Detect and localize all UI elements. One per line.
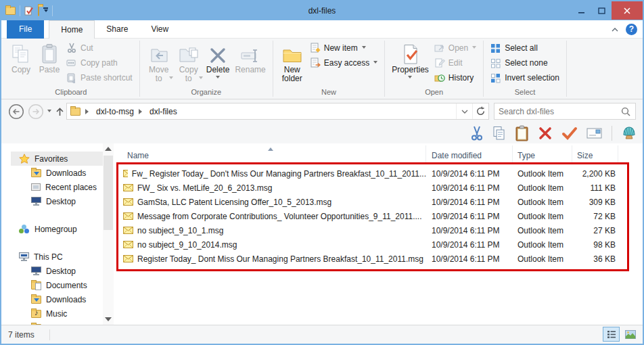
downloads-folder-icon xyxy=(31,169,41,177)
scroll-up-arrow-icon[interactable] xyxy=(105,147,112,151)
sidebar-item-fav-desktop[interactable]: Desktop xyxy=(11,194,103,208)
sidebar-item-this-pc[interactable]: This PC xyxy=(11,250,103,264)
toolbar-mail-button[interactable] xyxy=(586,127,603,139)
cut-label: Cut xyxy=(80,43,93,53)
cut-button[interactable]: Cut xyxy=(64,41,135,55)
easy-access-button[interactable]: Easy access xyxy=(307,55,380,70)
new-folder-button[interactable]: New folder xyxy=(277,40,307,85)
column-header-size[interactable]: Size xyxy=(572,145,618,163)
scroll-down-arrow-icon[interactable] xyxy=(105,317,112,321)
sidebar-label: Desktop xyxy=(46,267,76,276)
rename-label: Rename xyxy=(235,66,265,74)
toolbar-cut-button[interactable] xyxy=(470,126,484,141)
invert-selection-button[interactable]: Invert selection xyxy=(488,70,562,85)
address-dropdown-button[interactable] xyxy=(456,104,472,119)
maximize-button[interactable] xyxy=(591,1,612,20)
qat-separator xyxy=(20,5,20,16)
ribbon-tab-row: File Home Share View ? xyxy=(1,20,643,39)
collapse-ribbon-button[interactable] xyxy=(611,27,619,32)
copy-to-button[interactable]: Copy to xyxy=(174,40,204,85)
file-size: 27 KB xyxy=(572,226,618,235)
file-row[interactable]: GamSta, LLC Patent Licensing Offer_10_5_… xyxy=(114,195,643,209)
up-button[interactable] xyxy=(55,106,65,117)
scrollbar-thumb[interactable] xyxy=(104,156,113,230)
minimize-button[interactable] xyxy=(571,1,591,20)
toolbar-copy-button[interactable] xyxy=(492,126,506,141)
details-view-button[interactable] xyxy=(603,327,620,342)
sidebar-item-pc-downloads[interactable]: Downloads xyxy=(11,292,103,306)
properties-button[interactable]: Properties xyxy=(389,40,432,82)
column-header-date-modified[interactable]: Date modified xyxy=(426,145,513,163)
file-row[interactable]: FW_ Six vs. MetLife_20_6_2013.msg 10/9/2… xyxy=(114,181,643,195)
column-header-name[interactable]: Name xyxy=(114,145,426,163)
toolbar-paste-button[interactable] xyxy=(515,125,529,141)
toolbar-confirm-button[interactable] xyxy=(561,127,578,140)
tab-home[interactable]: Home xyxy=(49,20,95,39)
qat-properties-button[interactable] xyxy=(24,6,34,16)
qat-customize-button[interactable] xyxy=(43,7,48,14)
chevron-down-icon xyxy=(362,46,366,51)
rename-button[interactable]: Rename xyxy=(232,40,268,76)
file-type: Outlook Item xyxy=(513,183,572,193)
copy-button[interactable]: Copy xyxy=(7,40,35,76)
forward-button[interactable] xyxy=(28,104,44,120)
new-item-icon xyxy=(310,43,321,53)
open-label: Open xyxy=(448,43,468,53)
outlook-message-icon xyxy=(123,255,133,262)
file-size: 72 KB xyxy=(572,212,618,221)
copy-path-label: Copy path xyxy=(80,58,118,68)
new-item-button[interactable]: New item xyxy=(307,41,380,55)
qat-folder-button[interactable] xyxy=(38,6,39,16)
sidebar-item-homegroup[interactable]: Homegroup xyxy=(11,222,103,236)
move-to-button[interactable]: Move to xyxy=(144,40,174,85)
recent-locations-button[interactable] xyxy=(47,110,51,114)
file-row[interactable]: Fw_ Register Today_ Don't Miss Our Manag… xyxy=(114,166,643,181)
sidebar-item-pc-documents[interactable]: Documents xyxy=(11,278,103,292)
downloads-folder-icon xyxy=(31,296,41,304)
sidebar-item-fav-downloads[interactable]: Downloads xyxy=(11,166,103,180)
toolbar-shell-button[interactable] xyxy=(621,125,637,141)
sidebar-scrollbar[interactable] xyxy=(103,143,114,325)
copy-path-button[interactable]: Copy path xyxy=(64,55,135,70)
tab-view[interactable]: View xyxy=(139,20,180,39)
outlook-message-icon xyxy=(123,241,133,248)
file-row[interactable]: Register Today_ Dont Miss Our Managing P… xyxy=(114,252,643,266)
sidebar-item-recent-places[interactable]: Recent places xyxy=(11,180,103,194)
tab-share[interactable]: Share xyxy=(95,20,139,39)
refresh-button[interactable] xyxy=(472,104,488,119)
address-bar[interactable]: dxl-to-msg dxl-files xyxy=(66,103,489,120)
back-button[interactable] xyxy=(8,104,24,120)
file-row[interactable]: Message from Corporate Contributions_ Vo… xyxy=(114,209,643,223)
sidebar-gap xyxy=(1,208,103,222)
file-row[interactable]: no subject_9_10_2014.msg 10/9/2014 6:11 … xyxy=(114,237,643,252)
close-button[interactable] xyxy=(612,1,643,20)
paste-shortcut-button[interactable]: Paste shortcut xyxy=(64,70,135,85)
clipboard-icon xyxy=(515,125,529,141)
column-header-type[interactable]: Type xyxy=(513,145,572,163)
edit-button[interactable]: Edit xyxy=(432,55,479,70)
toolbar-delete-button[interactable] xyxy=(538,127,553,140)
select-none-button[interactable]: Select none xyxy=(488,55,562,70)
sidebar-item-pc-music[interactable]: Music xyxy=(11,306,103,321)
breadcrumb-item-parent[interactable]: dxl-to-msg xyxy=(96,107,134,116)
paste-button[interactable]: Paste xyxy=(35,40,64,76)
new-item-label: New item xyxy=(324,43,358,53)
select-all-button[interactable]: Select all xyxy=(488,41,562,55)
breadcrumb-item-current[interactable]: dxl-files xyxy=(150,107,177,116)
open-button[interactable]: Open xyxy=(432,41,479,55)
search-input[interactable] xyxy=(495,107,621,116)
file-row[interactable]: no subject_9_10_1.msg 10/9/2014 6:11 PM … xyxy=(114,223,643,237)
sidebar-item-favorites[interactable]: Favorites xyxy=(11,152,103,166)
group-new-label: New xyxy=(273,88,384,99)
group-clipboard-label: Clipboard xyxy=(3,88,139,99)
thumbnail-view-button[interactable] xyxy=(622,327,639,342)
file-size: 98 KB xyxy=(572,240,618,250)
sidebar-label: Recent places xyxy=(45,183,97,192)
move-to-icon xyxy=(149,41,169,64)
delete-button[interactable]: Delete xyxy=(204,40,233,82)
sidebar-item-pc-desktop[interactable]: Desktop xyxy=(11,264,103,278)
help-button[interactable]: ? xyxy=(626,24,637,35)
tab-file[interactable]: File xyxy=(7,20,44,39)
file-name: GamSta, LLC Patent Licensing Offer_10_5_… xyxy=(137,198,331,207)
history-button[interactable]: History xyxy=(432,70,479,85)
